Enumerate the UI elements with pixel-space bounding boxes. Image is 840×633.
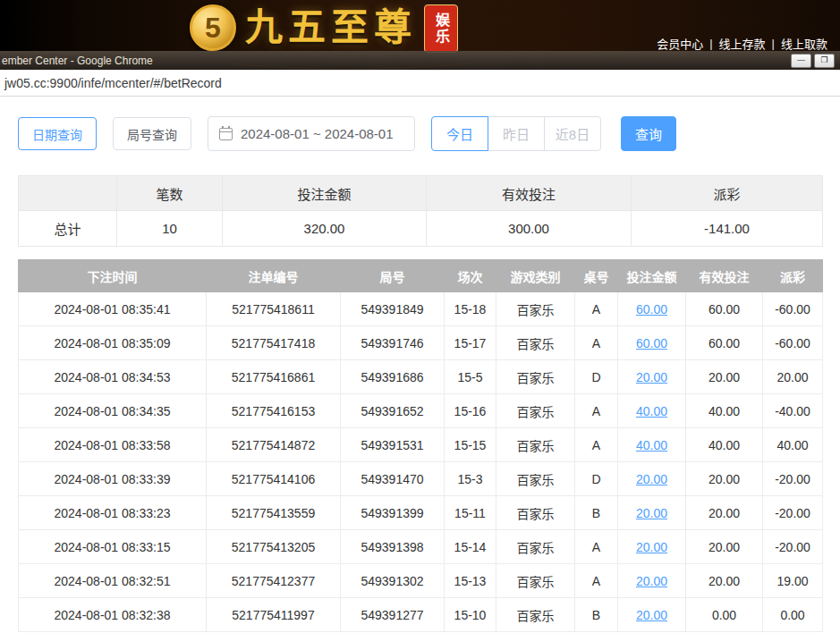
cell-bet-amount[interactable]: 60.00 — [618, 292, 686, 326]
quick-range-group: 今日 昨日 近8日 — [431, 116, 601, 151]
bet-amount-link[interactable]: 40.00 — [636, 404, 667, 418]
cell-valid-bet: 20.00 — [686, 496, 763, 530]
cell-session: 15-13 — [445, 564, 496, 598]
cell-bet-amount[interactable]: 60.00 — [618, 326, 686, 360]
site-logo-badge: 娱乐 — [424, 4, 458, 53]
bet-amount-link[interactable]: 20.00 — [636, 506, 667, 520]
cell-bet-amount[interactable]: 20.00 — [618, 496, 686, 530]
last8days-button[interactable]: 近8日 — [544, 116, 601, 151]
bet-amount-link[interactable]: 20.00 — [636, 370, 667, 384]
cell-session: 15-16 — [445, 394, 496, 428]
coin-icon: 5 — [190, 4, 236, 51]
cell-bet-time: 2024-08-01 08:33:15 — [19, 530, 207, 564]
summary-header-cell: 派彩 — [632, 176, 823, 211]
cell-game-type: 百家乐 — [496, 530, 575, 564]
bet-amount-link[interactable]: 40.00 — [636, 438, 667, 452]
bet-amount-link[interactable]: 20.00 — [636, 472, 667, 486]
cell-game-type: 百家乐 — [496, 326, 575, 360]
cell-bet-amount[interactable]: 20.00 — [618, 564, 686, 598]
browser-url-bar[interactable]: jw05.cc:9900/infe/mcenter/#/betRecord — [0, 70, 840, 97]
bet-amount-link[interactable]: 20.00 — [636, 608, 667, 622]
cell-bet-time: 2024-08-01 08:35:09 — [19, 326, 207, 360]
bet-row: 2024-08-01 08:32:38521775411997549391277… — [19, 598, 823, 632]
cell-bet-id: 521775412377 — [207, 564, 341, 598]
summary-total-row: 总计 10 320.00 300.00 -141.00 — [19, 211, 823, 247]
cell-game-type: 百家乐 — [496, 394, 575, 428]
search-button[interactable]: 查询 — [621, 116, 676, 151]
cell-valid-bet: 20.00 — [686, 530, 763, 564]
page-url[interactable]: jw05.cc:9900/infe/mcenter/#/betRecord — [4, 76, 222, 90]
cell-game-type: 百家乐 — [496, 598, 575, 632]
cell-round-id: 549391470 — [341, 462, 445, 496]
cell-bet-amount[interactable]: 40.00 — [618, 428, 686, 462]
cell-valid-bet: 20.00 — [686, 462, 763, 496]
maximize-button[interactable]: ❐ — [814, 54, 835, 68]
cell-bet-amount[interactable]: 20.00 — [618, 360, 686, 394]
minimize-button[interactable]: — — [791, 54, 811, 68]
cell-payout: 20.00 — [763, 360, 823, 394]
cell-table-no: A — [575, 292, 618, 326]
bet-header-table-no: 桌号 — [575, 260, 618, 292]
screen: 5 九五至尊 娱乐 会员中心 | 线上存款 | 线上取款 ember Cente… — [0, 0, 840, 633]
summary-header-cell: 投注金额 — [223, 176, 427, 211]
cell-bet-id: 521775417418 — [207, 326, 341, 360]
cell-payout: -20.00 — [763, 496, 823, 530]
cell-bet-id: 521775416153 — [207, 394, 341, 428]
bet-header-valid-bet: 有效投注 — [686, 260, 763, 292]
bet-row: 2024-08-01 08:35:41521775418611549391849… — [19, 292, 823, 326]
bet-row: 2024-08-01 08:34:53521775416861549391686… — [19, 360, 823, 394]
cell-payout: -40.00 — [763, 394, 823, 428]
nav-online-deposit[interactable]: 线上存款 — [719, 35, 766, 52]
summary-total-label: 总计 — [19, 211, 117, 247]
bet-amount-link[interactable]: 60.00 — [636, 336, 667, 350]
cell-table-no: B — [575, 598, 618, 632]
cell-table-no: A — [575, 326, 618, 360]
bet-header-row: 下注时间注单编号局号场次游戏类别桌号投注金额有效投注派彩 — [19, 260, 823, 292]
cell-bet-time: 2024-08-01 08:32:38 — [19, 598, 207, 632]
cell-bet-amount[interactable]: 20.00 — [618, 530, 686, 564]
bet-row: 2024-08-01 08:33:39521775414106549391470… — [19, 462, 823, 496]
cell-round-id: 549391686 — [341, 360, 445, 394]
cell-bet-amount[interactable]: 20.00 — [618, 462, 686, 496]
cell-bet-time: 2024-08-01 08:33:39 — [19, 462, 207, 496]
bet-table-body: 2024-08-01 08:35:41521775418611549391849… — [19, 292, 823, 632]
nav-online-withdraw[interactable]: 线上取款 — [781, 35, 827, 52]
cell-round-id: 549391531 — [341, 428, 445, 462]
minimize-icon: — — [797, 56, 805, 64]
bet-amount-link[interactable]: 20.00 — [636, 540, 667, 554]
cell-valid-bet: 60.00 — [686, 292, 763, 326]
summary-table: 笔数投注金额有效投注派彩 总计 10 320.00 300.00 -141.00 — [18, 175, 823, 247]
cell-table-no: D — [575, 462, 618, 496]
cell-payout: -60.00 — [763, 292, 823, 326]
summary-bet-amount: 320.00 — [223, 211, 427, 247]
nav-member-center[interactable]: 会员中心 — [657, 35, 703, 52]
summary-valid-bet: 300.00 — [427, 211, 632, 247]
date-range-input[interactable]: 2024-08-01 ~ 2024-08-01 — [208, 116, 415, 151]
cell-bet-id: 521775418611 — [207, 292, 341, 326]
cell-session: 15-15 — [445, 428, 496, 462]
cell-table-no: A — [575, 394, 618, 428]
bet-table: 下注时间注单编号局号场次游戏类别桌号投注金额有效投注派彩 2024-08-01 … — [18, 259, 823, 632]
cell-bet-amount[interactable]: 40.00 — [618, 394, 686, 428]
bet-header-session: 场次 — [445, 260, 496, 292]
yesterday-button[interactable]: 昨日 — [488, 116, 545, 151]
bet-header-round-id: 局号 — [341, 260, 445, 292]
summary-payout: -141.00 — [632, 211, 823, 247]
cell-bet-amount[interactable]: 20.00 — [618, 598, 686, 632]
today-button[interactable]: 今日 — [431, 116, 488, 151]
coin-digit: 5 — [205, 12, 221, 45]
date-query-tab[interactable]: 日期查询 — [18, 117, 97, 150]
cell-session: 15-3 — [445, 462, 496, 496]
calendar-icon — [219, 128, 233, 140]
bet-amount-link[interactable]: 60.00 — [636, 302, 667, 316]
cell-bet-id: 521775413205 — [207, 530, 341, 564]
bet-amount-link[interactable]: 20.00 — [636, 574, 667, 588]
cell-round-id: 549391849 — [341, 292, 445, 326]
bet-row: 2024-08-01 08:33:58521775414872549391531… — [19, 428, 823, 462]
nav-separator: | — [772, 37, 775, 50]
bet-row: 2024-08-01 08:33:23521775413559549391399… — [19, 496, 823, 530]
round-query-tab[interactable]: 局号查询 — [113, 117, 191, 150]
cell-bet-time: 2024-08-01 08:35:41 — [19, 292, 207, 326]
cell-valid-bet: 60.00 — [686, 326, 763, 360]
cell-payout: 0.00 — [763, 598, 823, 632]
